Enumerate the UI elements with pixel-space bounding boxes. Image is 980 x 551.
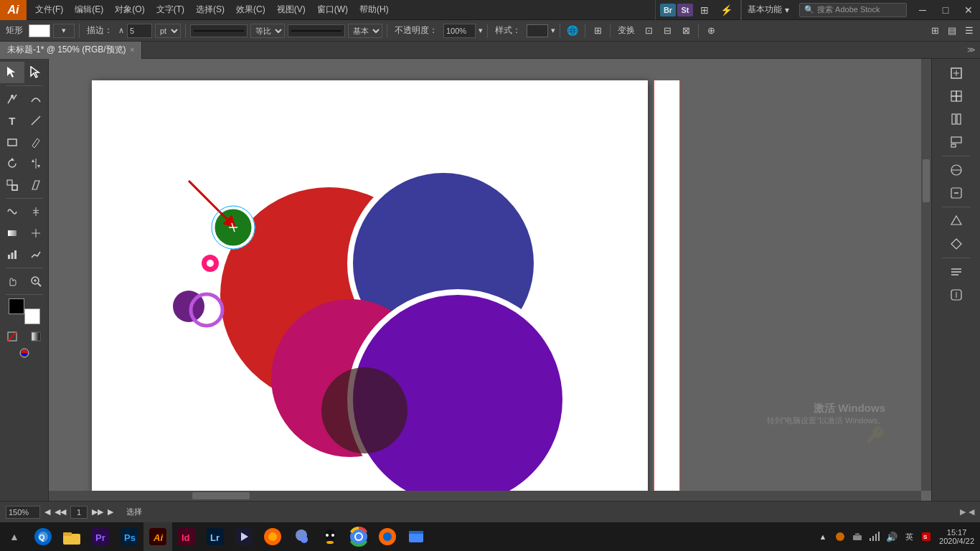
menu-text[interactable]: 文字(T) <box>151 0 190 20</box>
opacity-input[interactable] <box>443 24 476 38</box>
first-page-btn[interactable]: ◀◀ <box>55 507 66 517</box>
minimize-button[interactable]: ─ <box>911 0 934 20</box>
h-scroll-thumb[interactable] <box>192 492 250 499</box>
taskbar-qq-icon[interactable] <box>316 522 344 551</box>
taskbar-firefox-icon[interactable] <box>373 522 402 551</box>
tab-close-button[interactable]: × <box>131 46 135 54</box>
grid-icon[interactable]: ⊞ <box>694 0 715 20</box>
horizontal-scrollbar[interactable] <box>49 491 921 501</box>
pen-tool[interactable] <box>0 88 24 110</box>
lightning-icon[interactable]: ⚡ <box>716 0 736 20</box>
workspace-dropdown[interactable]: 基本功能 ▾ <box>741 0 795 20</box>
menu-window[interactable]: 窗口(W) <box>311 0 354 20</box>
menu-view[interactable]: 视图(V) <box>271 0 311 20</box>
taskbar-photoshop-icon[interactable]: Ps <box>115 522 143 551</box>
tab-overflow-icon[interactable]: ≫ <box>967 45 976 55</box>
fill-color-swatch[interactable] <box>9 298 24 314</box>
mesh-tool[interactable] <box>24 222 49 244</box>
menu-object[interactable]: 对象(O) <box>109 0 150 20</box>
page-input[interactable] <box>70 506 88 519</box>
tray-icon1[interactable] <box>833 522 847 551</box>
right-tool-5[interactable] <box>944 159 969 181</box>
right-tool-8[interactable] <box>944 233 969 255</box>
panel-options-icon[interactable]: ⊕ <box>703 23 719 39</box>
stroke-color-swatch[interactable] <box>24 309 40 324</box>
taskbar-indesign-icon[interactable]: Id <box>172 522 201 551</box>
close-button[interactable]: ✕ <box>957 0 980 20</box>
taskbar-chat-icon[interactable] <box>287 522 316 551</box>
transform-icon[interactable]: ⊡ <box>641 23 656 39</box>
fill-swatch[interactable] <box>29 24 50 37</box>
line-tool[interactable] <box>24 110 49 131</box>
stroke-unit-select[interactable]: pt <box>155 24 181 38</box>
mirror-tool[interactable] <box>24 153 49 174</box>
right-tool-10[interactable] <box>944 284 969 306</box>
taskbar-premiere-icon[interactable]: Pr <box>86 522 115 551</box>
menu-file[interactable]: 文件(F) <box>29 0 69 20</box>
taskbar-browser-icon[interactable]: Q <box>29 522 57 551</box>
shear-tool[interactable] <box>24 174 49 196</box>
taskbar-chrome-icon[interactable] <box>344 522 373 551</box>
rectangle-tool[interactable] <box>0 131 24 153</box>
next-page-btn[interactable]: ▶▶ <box>92 507 103 517</box>
vertical-scrollbar[interactable] <box>921 59 931 491</box>
stroke-style-preview[interactable] <box>190 24 248 37</box>
curvature-tool[interactable] <box>24 88 49 110</box>
stock-icon[interactable]: St <box>677 4 693 17</box>
right-tool-4[interactable] <box>944 131 969 153</box>
rotate-tool[interactable] <box>0 153 24 174</box>
menu-select[interactable]: 选择(S) <box>190 0 230 20</box>
right-tool-3[interactable] <box>944 108 969 130</box>
tray-arrow-icon[interactable]: ▲ <box>816 522 830 551</box>
hand-tool[interactable] <box>0 270 24 292</box>
taskbar-illustrator-icon[interactable]: Ai <box>143 522 172 551</box>
volume-icon[interactable]: 🔊 <box>885 522 899 551</box>
tray-icon2[interactable] <box>850 522 864 551</box>
zoom-tool[interactable] <box>24 270 49 292</box>
right-tool-7[interactable] <box>944 210 969 232</box>
taskbar-explorer-icon[interactable] <box>402 522 430 551</box>
maximize-button[interactable]: □ <box>934 0 957 20</box>
last-page-btn[interactable]: ▶ <box>108 507 113 517</box>
menu-icon[interactable]: ☰ <box>961 23 977 39</box>
arrange-grid-icon[interactable]: ⊞ <box>927 23 943 39</box>
taskbar-lightroom-icon[interactable]: Lr <box>201 522 230 551</box>
panel-icon[interactable]: ▤ <box>944 23 960 39</box>
selection-tool[interactable] <box>0 62 24 83</box>
ime-icon[interactable]: S <box>919 522 933 551</box>
taskbar-notification-arrow[interactable]: ▲ <box>0 522 29 551</box>
globe-icon[interactable]: 🌐 <box>565 23 580 39</box>
taskbar-folder-icon[interactable] <box>57 522 86 551</box>
none-swatch[interactable] <box>0 326 24 347</box>
language-indicator[interactable]: 英 <box>902 522 916 551</box>
stroke-width-input[interactable] <box>127 24 152 38</box>
v-scroll-thumb[interactable] <box>923 159 930 202</box>
scale-tool[interactable] <box>0 174 24 196</box>
right-tool-6[interactable] <box>944 182 969 204</box>
right-tool-2[interactable] <box>944 85 969 107</box>
stroke-ratio-select[interactable]: 等比 <box>250 24 285 38</box>
fill-dropdown[interactable]: ▾ <box>53 24 75 38</box>
grid-display-icon[interactable]: ⊞ <box>590 23 606 39</box>
prev-page-btn[interactable]: ◀ <box>44 507 50 517</box>
menu-help[interactable]: 帮助(H) <box>354 0 395 20</box>
width-tool[interactable] <box>24 201 49 222</box>
direct-selection-tool[interactable] <box>24 62 49 83</box>
gradient-tool[interactable] <box>0 222 24 244</box>
menu-edit[interactable]: 编辑(E) <box>69 0 109 20</box>
stroke-base-select[interactable]: 基本 <box>348 24 382 38</box>
stock-search[interactable]: 🔍 搜索 Adobe Stock <box>799 3 907 17</box>
taskbar-game-icon[interactable] <box>258 522 287 551</box>
warp-tool[interactable] <box>0 201 24 222</box>
bridge-icon[interactable]: Br <box>660 4 676 17</box>
menu-effect[interactable]: 效果(C) <box>230 0 271 20</box>
right-tool-9[interactable] <box>944 261 969 283</box>
document-tab[interactable]: 未标题-1* @ 150% (RGB/预览) × <box>0 42 142 59</box>
data-graph-tool[interactable] <box>24 244 49 265</box>
gradient-swatch[interactable] <box>24 326 49 347</box>
align-icon[interactable]: ⊟ <box>659 23 675 39</box>
style-swatch[interactable] <box>527 24 548 37</box>
color-picker-icon[interactable] <box>19 347 30 359</box>
taskbar-media-icon[interactable] <box>230 522 258 551</box>
right-tool-1[interactable] <box>944 62 969 84</box>
